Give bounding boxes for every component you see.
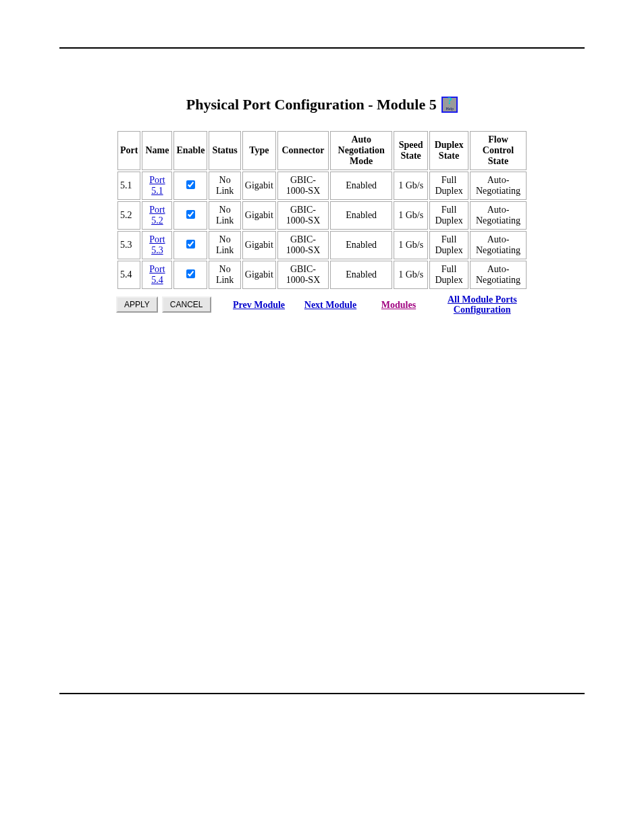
table-cell: Auto-Negotiating — [470, 201, 527, 230]
table-cell: 5.1 — [117, 172, 140, 200]
help-icon-text: Help — [443, 107, 456, 111]
port-name-link[interactable]: Port 5.1 — [149, 175, 165, 196]
table-cell: GBIC-1000-SX — [277, 201, 329, 230]
ports-header-row: Port Name Enable Status Type Connector A… — [117, 131, 527, 170]
table-cell — [173, 201, 207, 230]
table-cell: Full Duplex — [429, 261, 468, 289]
help-icon-qmark: ? — [443, 97, 456, 106]
table-row: 5.1Port 5.1No LinkGigabitGBIC-1000-SXEna… — [117, 172, 527, 200]
table-cell: Full Duplex — [429, 231, 468, 259]
enable-checkbox[interactable] — [186, 269, 195, 278]
top-divider — [59, 47, 585, 49]
table-cell: 1 Gb/s — [394, 231, 428, 259]
table-cell: No Link — [209, 201, 240, 230]
next-module-link[interactable]: Next Module — [304, 300, 356, 310]
col-duplex: Duplex State — [429, 131, 468, 170]
table-cell: 5.2 — [117, 201, 140, 230]
table-row: 5.4Port 5.4No LinkGigabitGBIC-1000-SXEna… — [117, 261, 527, 289]
port-name-link[interactable]: Port 5.3 — [149, 234, 165, 255]
table-cell: Port 5.2 — [142, 201, 172, 230]
all-module-ports-link[interactable]: All Module Ports Configuration — [448, 294, 517, 315]
help-icon[interactable]: ? Help — [441, 97, 458, 113]
table-cell: Enabled — [330, 231, 392, 259]
table-cell: No Link — [209, 231, 240, 259]
table-cell: No Link — [209, 261, 240, 289]
apply-button[interactable]: APPLY — [116, 296, 158, 313]
bottom-divider — [59, 693, 585, 694]
col-status: Status — [209, 131, 240, 170]
cancel-button[interactable]: CANCEL — [162, 296, 211, 313]
table-cell: Enabled — [330, 201, 392, 230]
title-row: Physical Port Configuration - Module 5 ?… — [59, 96, 585, 113]
table-cell: Enabled — [330, 172, 392, 200]
table-cell: 5.3 — [117, 231, 140, 259]
col-name: Name — [142, 131, 172, 170]
prev-module-link[interactable]: Prev Module — [233, 300, 285, 310]
col-enable: Enable — [173, 131, 207, 170]
page-title: Physical Port Configuration - Module 5 — [186, 96, 437, 113]
port-name-link[interactable]: Port 5.2 — [149, 205, 165, 226]
table-cell: Port 5.3 — [142, 231, 172, 259]
enable-checkbox[interactable] — [186, 180, 195, 189]
col-autoneg: Auto Negotiation Mode — [330, 131, 392, 170]
table-cell: 1 Gb/s — [394, 201, 428, 230]
table-cell — [173, 261, 207, 289]
table-cell: Gigabit — [242, 231, 276, 259]
enable-checkbox[interactable] — [186, 240, 195, 249]
footer-row: APPLY CANCEL Prev Module Next Module Mod… — [116, 294, 528, 315]
table-cell: Auto-Negotiating — [470, 231, 527, 259]
table-cell: Auto-Negotiating — [470, 261, 527, 289]
table-row: 5.3Port 5.3No LinkGigabitGBIC-1000-SXEna… — [117, 231, 527, 259]
table-cell: Full Duplex — [429, 201, 468, 230]
table-cell: Port 5.1 — [142, 172, 172, 200]
col-type: Type — [242, 131, 276, 170]
table-cell: GBIC-1000-SX — [277, 261, 329, 289]
table-cell: GBIC-1000-SX — [277, 231, 329, 259]
table-cell: Gigabit — [242, 172, 276, 200]
table-cell: 1 Gb/s — [394, 172, 428, 200]
table-cell: 5.4 — [117, 261, 140, 289]
table-cell: GBIC-1000-SX — [277, 172, 329, 200]
ports-table: Port Name Enable Status Type Connector A… — [116, 130, 528, 290]
table-cell: Gigabit — [242, 201, 276, 230]
col-speed: Speed State — [394, 131, 428, 170]
modules-link[interactable]: Modules — [381, 300, 416, 310]
col-port: Port — [117, 131, 140, 170]
table-cell: Gigabit — [242, 261, 276, 289]
table-cell: 1 Gb/s — [394, 261, 428, 289]
table-cell: Full Duplex — [429, 172, 468, 200]
table-cell: Auto-Negotiating — [470, 172, 527, 200]
col-flow: Flow Control State — [470, 131, 527, 170]
table-cell: Port 5.4 — [142, 261, 172, 289]
enable-checkbox[interactable] — [186, 210, 195, 219]
table-cell: Enabled — [330, 261, 392, 289]
table-cell — [173, 172, 207, 200]
table-cell: No Link — [209, 172, 240, 200]
table-row: 5.2Port 5.2No LinkGigabitGBIC-1000-SXEna… — [117, 201, 527, 230]
port-name-link[interactable]: Port 5.4 — [149, 264, 165, 285]
col-connector: Connector — [277, 131, 329, 170]
table-cell — [173, 231, 207, 259]
